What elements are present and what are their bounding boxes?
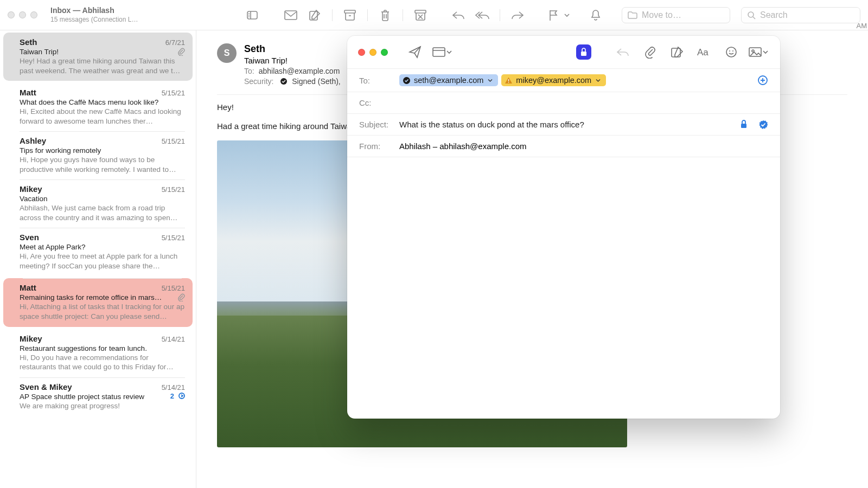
message-list-item[interactable]: Mikey5/14/21Restaurant suggestions for t… [0,329,196,377]
forward-icon [511,10,524,20]
avatar: S [217,43,237,63]
message-list[interactable]: Seth6/7/21Taiwan Trip!Hey! Had a great t… [0,30,196,488]
reply-icon [452,10,465,20]
minimize-window-button[interactable] [19,11,26,18]
compose-minimize-button[interactable] [369,49,376,56]
sidebar-toggle-button[interactable] [244,7,260,23]
notifications-button[interactable] [586,7,605,24]
forward-button[interactable] [508,7,527,24]
message-from: Sven [20,233,39,242]
compose-close-button[interactable] [358,49,365,56]
message-list-item[interactable]: Mikey5/15/21VacationAbhilash, We just ca… [0,179,196,228]
close-window-button[interactable] [8,11,15,18]
subject-encryption-icon[interactable] [740,120,748,130]
message-list-item[interactable]: Matt5/15/21Remaining tasks for remote of… [3,278,193,326]
message-subject: Taiwan Trip! [20,48,59,56]
list-header-icon [432,47,445,57]
paperclip-icon [177,47,185,56]
svg-text:Aa: Aa [697,47,709,57]
envelope-icon [284,10,297,20]
compose-to-row[interactable]: To: seth@example.commikey@example.com [347,69,780,92]
message-date: 5/15/21 [162,137,185,145]
seal-icon [758,120,768,130]
svg-rect-29 [508,79,509,81]
lock-icon [740,120,748,129]
insert-photo-button[interactable] [748,42,769,62]
svg-rect-11 [415,10,426,13]
message-subject: Restaurant suggestions for team lunch. [20,344,147,352]
chevron-down-icon [488,79,493,82]
message-date: 5/14/21 [162,383,185,391]
compose-from-row[interactable]: From: Abhilash – abhilash@example.com [347,136,780,157]
compose-traffic-lights [358,49,388,56]
reply-button[interactable] [449,7,468,24]
compose-icon [309,9,321,21]
compose-body[interactable] [347,157,780,419]
message-subject: What does the Caffè Macs menu look like? [20,98,158,106]
format-button[interactable]: Aa [693,42,715,62]
chevron-down-icon [763,50,768,54]
message-from: Mikey [20,334,42,343]
markup-button[interactable] [666,42,688,62]
chevron-down-icon [446,50,452,54]
flag-icon [548,9,559,21]
message-subject: Remaining tasks for remote office in mar… [20,293,162,301]
archive-button[interactable] [340,7,360,24]
reply-all-button[interactable] [473,7,492,24]
plus-circle-icon [757,75,768,86]
recipient-pill[interactable]: mikey@example.com [501,74,606,86]
header-fields-button[interactable] [431,42,453,62]
compose-subject-row[interactable]: Subject: [347,114,780,136]
format-icon: Aa [697,47,711,57]
search-field[interactable]: Search [741,7,860,23]
emoji-button[interactable] [720,42,742,62]
edge-clock-text: AM [857,22,867,30]
move-to-dropdown[interactable]: Move to… [622,7,730,23]
compose-maximize-button[interactable] [381,49,388,56]
svg-rect-34 [741,124,746,128]
main-toolbar: Inbox — Abhilash 15 messages (Connection… [0,0,868,30]
compose-cc-row[interactable]: Cc: [347,92,780,114]
compose-button[interactable] [305,7,324,24]
reply-all-icon [475,10,490,20]
recipient-email: seth@example.com [414,76,483,85]
photo-icon [749,47,762,57]
send-button[interactable] [404,42,426,62]
message-list-item[interactable]: Sven5/15/21Meet at Apple Park?Hi, Are yo… [0,228,196,276]
compose-toolbar: Aa [347,36,780,68]
archive-icon [344,10,356,21]
chevron-down-icon[interactable] [564,13,570,17]
reply-icon [616,47,629,57]
delete-button[interactable] [375,7,395,24]
maximize-window-button[interactable] [30,11,37,18]
message-list-item[interactable]: Sven & Mikey5/14/21AP Space shuttle proj… [0,377,196,416]
from-value: Abhilash – abhilash@example.com [399,142,527,151]
get-mail-button[interactable] [281,7,301,24]
message-list-item[interactable]: Seth6/7/21Taiwan Trip!Hey! Had a great t… [3,33,193,81]
message-list-item[interactable]: Matt5/15/21What does the Caffè Macs menu… [0,83,196,131]
message-preview: We are making great progress! [20,401,185,411]
junk-icon [414,10,426,21]
message-from: Ashley [20,136,46,145]
message-preview: Hi, Excited about the new Caffè Macs and… [20,107,185,126]
attach-button[interactable] [639,42,661,62]
message-list-item[interactable]: Ashley5/15/21Tips for working remotelyHi… [0,131,196,179]
message-from: Sven & Mikey [20,382,72,391]
message-from: Matt [20,88,36,97]
compose-reply-button[interactable] [612,42,634,62]
lock-icon [580,48,588,56]
message-from: Mikey [20,184,42,194]
subject-signed-icon[interactable] [758,120,768,130]
warning-badge-icon [505,76,513,85]
encryption-button[interactable] [576,44,591,60]
message-subject: Vacation [20,195,48,203]
subject-input[interactable] [399,120,733,129]
add-recipient-button[interactable] [757,75,768,86]
search-icon [747,11,756,20]
junk-button[interactable] [411,7,430,24]
recipient-pill[interactable]: seth@example.com [399,74,498,86]
flag-button[interactable] [544,7,563,24]
chevron-down-icon [596,79,601,82]
message-date: 5/15/21 [162,284,185,292]
sidebar-icon [247,11,258,20]
